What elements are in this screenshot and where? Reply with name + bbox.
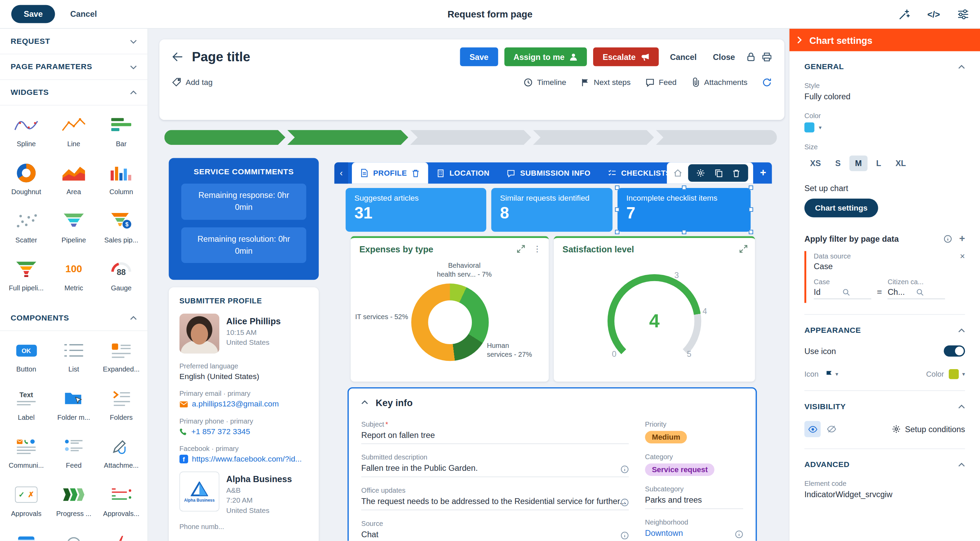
widget-palette-full-pipeline[interactable]: Full pipeli... — [2, 252, 50, 300]
size-option-xl[interactable]: XL — [890, 155, 912, 171]
setup-conditions-button[interactable]: Setup conditions — [892, 424, 965, 433]
account-name[interactable]: Alpha Business — [226, 474, 292, 484]
filter-left-column[interactable]: Case Id — [814, 278, 871, 299]
office-updates-field[interactable]: Office updates The request needs to be a… — [361, 487, 629, 510]
widget-palette-column[interactable]: Column — [98, 156, 145, 204]
component-palette-list[interactable]: List — [50, 333, 98, 381]
hidden-icon[interactable] — [827, 425, 836, 433]
collapse-panel-icon[interactable] — [797, 36, 802, 44]
feed-button[interactable]: Feed — [646, 78, 676, 87]
resize-handle[interactable] — [681, 230, 686, 234]
component-palette-partial-1[interactable] — [2, 526, 50, 541]
info-icon[interactable] — [944, 235, 952, 243]
subcategory-field[interactable]: Subcategory Parks and trees — [645, 485, 743, 509]
filter-right-column[interactable]: Citizen ca... Ch... — [888, 278, 945, 299]
component-palette-approvals[interactable]: ✓✗ Approvals — [2, 478, 50, 525]
source-field[interactable]: Source Chat — [361, 520, 629, 541]
component-palette-progress[interactable]: Progress ... — [50, 478, 98, 525]
collapse-section-icon[interactable] — [361, 400, 368, 405]
color-select[interactable]: ▾ — [804, 122, 965, 133]
element-code-value[interactable]: IndicatorWidget_srvcgiw — [804, 490, 965, 499]
kpi-similar-requests[interactable]: Similar requests identified 8 — [492, 188, 612, 232]
use-icon-toggle[interactable] — [944, 346, 965, 357]
delete-tab-icon[interactable] — [412, 169, 419, 177]
assign-to-me-button[interactable]: Assign to me — [504, 48, 587, 67]
size-option-xs[interactable]: XS — [804, 155, 826, 171]
resize-handle[interactable] — [615, 186, 619, 190]
stage-segment[interactable] — [533, 130, 654, 145]
tab-location[interactable]: LOCATION — [428, 162, 499, 184]
info-icon[interactable] — [735, 530, 743, 539]
info-icon[interactable] — [620, 531, 629, 539]
chart-settings-button[interactable]: Chart settings — [804, 198, 878, 217]
save-button[interactable]: Save — [11, 5, 55, 23]
sidebar-section-widgets[interactable]: WIDGETS — [0, 80, 147, 105]
section-visibility[interactable]: VISIBILITY — [804, 390, 965, 411]
section-advanced[interactable]: ADVANCED — [804, 449, 965, 469]
info-icon[interactable] — [620, 465, 629, 474]
tabs-scroll-left[interactable]: ‹ — [334, 162, 348, 184]
expand-icon[interactable] — [740, 245, 748, 253]
code-icon[interactable]: </> — [927, 9, 940, 19]
add-tab-button[interactable]: + — [760, 162, 766, 184]
component-palette-feed[interactable]: Feed — [50, 430, 98, 478]
back-button[interactable] — [172, 52, 183, 62]
widget-palette-line[interactable]: Line — [50, 108, 98, 156]
sidebar-section-page-parameters[interactable]: PAGE PARAMETERS — [0, 54, 147, 80]
size-option-m[interactable]: M — [850, 155, 868, 171]
widget-palette-metric[interactable]: 100 Metric — [50, 252, 98, 300]
component-palette-label[interactable]: Text Label — [2, 381, 50, 429]
submitted-description-field[interactable]: Submitted description Fallen tree in the… — [361, 453, 629, 477]
expand-icon[interactable] — [517, 245, 525, 253]
expenses-by-type-widget[interactable]: Expenses by type ⋮ Behavioralhealth serv… — [350, 236, 549, 381]
settings-sliders-icon[interactable] — [958, 9, 969, 19]
widget-palette-doughnut[interactable]: Doughnut — [2, 156, 50, 204]
print-icon[interactable] — [762, 52, 772, 61]
satisfaction-level-widget[interactable]: Satisfaction level 4 0 3 4 5 — [554, 236, 755, 381]
sidebar-section-request[interactable]: REQUEST — [0, 29, 147, 54]
resize-handle[interactable] — [615, 208, 619, 212]
lock-icon[interactable] — [746, 52, 756, 62]
kebab-menu-icon[interactable]: ⋮ — [533, 245, 541, 253]
key-info-section[interactable]: Key info Subject* Report on fallen tree … — [347, 387, 757, 541]
resize-handle[interactable] — [749, 186, 753, 190]
resize-handle[interactable] — [749, 230, 753, 234]
widget-palette-spline[interactable]: Spline — [2, 108, 50, 156]
data-source-value[interactable]: Case — [814, 262, 965, 271]
contact-name[interactable]: Alice Phillips — [226, 316, 281, 326]
category-field[interactable]: Category Service request — [645, 453, 743, 476]
widget-palette-bar[interactable]: Bar — [98, 108, 145, 156]
kpi-incomplete-checklist-items[interactable]: Incomplete checklist items 7 — [617, 188, 751, 232]
remove-filter-icon[interactable]: × — [960, 251, 965, 261]
stage-segment[interactable] — [287, 130, 408, 145]
add-tag-button[interactable]: Add tag — [172, 78, 213, 87]
search-icon[interactable] — [843, 288, 871, 296]
widget-palette-sales-pipeline[interactable]: $ Sales pip... — [98, 204, 145, 252]
stage-segment[interactable] — [410, 130, 531, 145]
widget-delete-icon[interactable] — [733, 169, 740, 177]
resize-handle[interactable] — [681, 186, 686, 190]
style-select[interactable]: Fully colored — [804, 92, 965, 101]
section-appearance[interactable]: APPEARANCE — [804, 314, 965, 335]
add-filter-icon[interactable]: + — [959, 233, 965, 243]
subject-field[interactable]: Subject* Report on fallen tree — [361, 420, 629, 444]
neighborhood-field[interactable]: Neighborhood Downtown — [645, 519, 743, 541]
resize-handle[interactable] — [749, 208, 753, 212]
search-icon[interactable] — [916, 288, 945, 296]
visible-icon[interactable] — [804, 421, 820, 437]
size-option-s[interactable]: S — [830, 155, 846, 171]
widget-palette-area[interactable]: Area — [50, 156, 98, 204]
component-palette-expanded-list[interactable]: Expanded... — [98, 333, 145, 381]
info-icon[interactable] — [620, 498, 629, 507]
next-steps-button[interactable]: Next steps — [581, 78, 630, 87]
widget-palette-pipeline[interactable]: Pipeline — [50, 204, 98, 252]
ai-wand-icon[interactable] — [899, 9, 910, 20]
record-cancel-button[interactable]: Cancel — [665, 52, 702, 61]
widget-palette-scatter[interactable]: Scatter — [2, 204, 50, 252]
size-option-l[interactable]: L — [871, 155, 887, 171]
resize-handle[interactable] — [615, 230, 619, 234]
icon-select[interactable] — [825, 370, 832, 378]
escalate-button[interactable]: Escalate — [593, 48, 659, 67]
component-palette-folder[interactable]: Folder m... — [50, 381, 98, 429]
component-palette-folders[interactable]: Folders — [98, 381, 145, 429]
